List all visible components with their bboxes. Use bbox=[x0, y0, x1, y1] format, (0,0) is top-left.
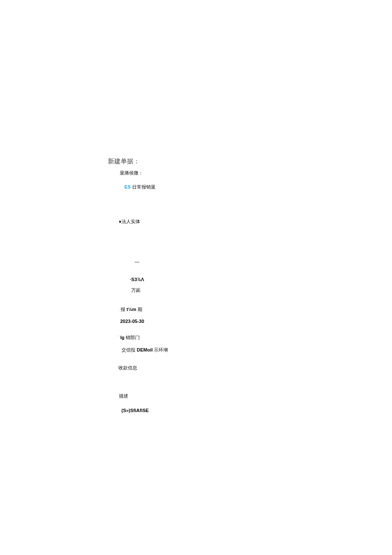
s37a-text: ·S3⅞Λ bbox=[130, 277, 278, 282]
report-date-value: 2023-05-30 bbox=[120, 319, 278, 324]
wanshi-text: 万跖 bbox=[131, 287, 278, 293]
sales-value-bold: DEMoil bbox=[137, 347, 153, 352]
payment-info-label: ·收款信息 bbox=[118, 364, 278, 371]
report-date-suffix: 期 bbox=[138, 307, 142, 312]
es-line: ES 日常报销里 bbox=[124, 184, 278, 190]
legal-entity-label: ♦法人实体 bbox=[119, 218, 278, 225]
page-title: 新建单据： bbox=[108, 157, 278, 166]
dash-symbol: — bbox=[135, 259, 278, 264]
sales-value-suffix: 示环增 bbox=[154, 347, 168, 352]
sales-dept-bold: lg bbox=[120, 335, 124, 340]
report-date-label: . 报 t¼m 期 bbox=[118, 306, 278, 313]
description-label: 描述 bbox=[119, 393, 278, 399]
dot-icon: . bbox=[118, 308, 119, 311]
sales-dept-label: · lg 销部门 bbox=[118, 334, 278, 341]
sales-value-prefix: 交信投 bbox=[121, 347, 135, 352]
payment-info-text: 收款信息 bbox=[118, 365, 137, 370]
report-date-prefix: 报 bbox=[121, 307, 125, 312]
es-tag: ES bbox=[124, 184, 131, 189]
sales-dept-suffix: 销部门 bbox=[126, 335, 140, 340]
subtitle-label: 里痛侯微： bbox=[120, 170, 278, 176]
dot-icon: · bbox=[118, 334, 119, 338]
report-date-bold: t¼m bbox=[127, 307, 136, 312]
description-value: (S»)SfiAfiSE bbox=[121, 408, 278, 413]
sales-dept-value: 交信投 DEMoil 示环增 bbox=[121, 347, 278, 353]
es-text: 日常报销里 bbox=[132, 184, 156, 189]
